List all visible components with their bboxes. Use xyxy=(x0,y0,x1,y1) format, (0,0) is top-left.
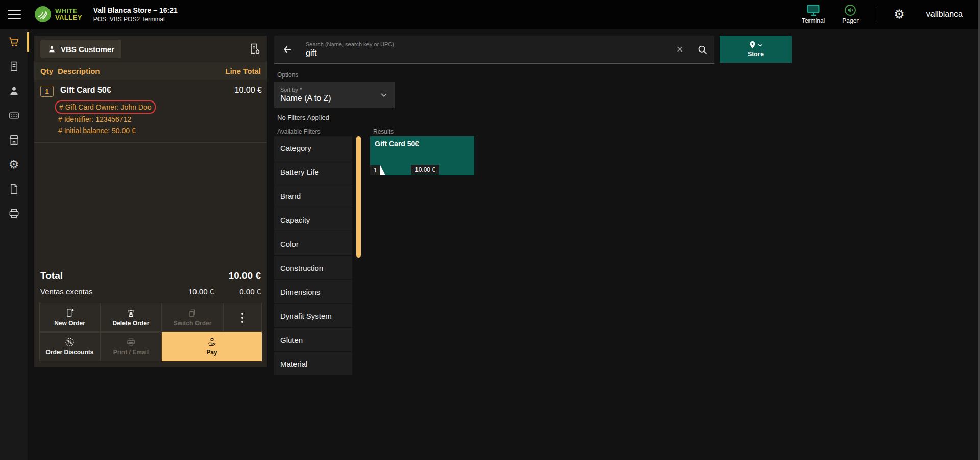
cash-register-icon xyxy=(8,110,20,121)
product-tile-qty-notch xyxy=(380,165,385,175)
brand-logo: WHITE VALLEY xyxy=(34,6,82,23)
customer-button[interactable]: VBS Customer xyxy=(40,40,121,58)
switch-order-icon xyxy=(188,308,198,318)
delete-order-icon xyxy=(126,308,136,318)
tax-amount-value: 0.00 € xyxy=(214,287,261,296)
username-text: vallblanca xyxy=(926,10,963,19)
sidebar-item-cart[interactable] xyxy=(0,30,28,54)
sidebar-item-cash-management[interactable] xyxy=(0,103,28,127)
cart-line-item[interactable]: 1 Gift Card 50€ 10.00 € # Gift Card Owne… xyxy=(34,80,267,143)
filter-item-dimensions[interactable]: Dimensions xyxy=(274,280,352,303)
pager-speaker-icon xyxy=(844,4,856,16)
search-placeholder-label: Search (Name, search key or UPC) xyxy=(306,41,669,47)
order-discounts-button[interactable]: Order Discounts xyxy=(39,332,100,361)
sidebar-item-store[interactable] xyxy=(0,127,28,152)
store-pin-icon xyxy=(749,41,756,49)
sidebar-item-documents[interactable] xyxy=(0,176,28,201)
print-email-button[interactable]: Print / Email xyxy=(100,332,162,361)
total-label: Total xyxy=(40,270,63,282)
customer-name-text: VBS Customer xyxy=(61,45,114,54)
search-icon xyxy=(697,44,708,55)
cart-panel: VBS Customer Qty Description Line Total … xyxy=(34,36,267,367)
order-discounts-label: Order Discounts xyxy=(45,349,93,356)
options-section-label: Options xyxy=(277,71,298,79)
settings-gear-icon[interactable]: ⚙ xyxy=(894,8,905,20)
item-name-text: Gift Card 50€ xyxy=(60,86,235,95)
cart-icon xyxy=(8,36,20,48)
item-attribute-owner: # Gift Card Owner: John Doo xyxy=(55,100,156,114)
sidebar-gear-icon: ⚙ xyxy=(9,159,19,170)
pos-terminal-text: POS: VBS POS2 Terminal xyxy=(93,16,178,23)
logo-line2: VALLEY xyxy=(55,14,82,21)
back-button[interactable] xyxy=(274,36,301,63)
new-order-label: New Order xyxy=(54,320,85,327)
no-filters-text: No Filters Applied xyxy=(277,114,329,121)
filter-item-gluten[interactable]: Gluten xyxy=(274,328,352,351)
new-order-icon xyxy=(65,308,75,318)
store-icon xyxy=(8,134,20,146)
filter-list-scrollbar[interactable] xyxy=(356,136,361,258)
description-column-header: Description xyxy=(58,67,225,75)
filter-item-dynafit-system[interactable]: Dynafit System xyxy=(274,304,352,327)
topbar: WHITE VALLEY Vall Blanca Store – 16:21 P… xyxy=(0,0,980,29)
receipt-gear-icon xyxy=(249,43,261,55)
sidebar-item-settings[interactable]: ⚙ xyxy=(0,152,28,176)
tax-base-value: 10.00 € xyxy=(153,287,214,296)
pay-button[interactable]: Pay xyxy=(162,332,262,361)
print-email-label: Print / Email xyxy=(113,349,149,356)
cart-items-list: 1 Gift Card 50€ 10.00 € # Gift Card Owne… xyxy=(34,80,267,265)
clear-search-icon[interactable]: × xyxy=(669,44,691,55)
more-options-icon xyxy=(241,313,243,323)
tax-label: Ventas exentas xyxy=(40,287,153,296)
search-submit-button[interactable] xyxy=(691,36,714,63)
sidebar-item-orders[interactable] xyxy=(0,54,28,79)
product-tile-qty-badge: 1 xyxy=(370,165,380,175)
store-selector-button[interactable]: Store xyxy=(720,36,792,63)
item-attribute-identifier: # Identifier: 123456712 xyxy=(58,115,131,123)
terminal-button[interactable]: Terminal xyxy=(802,4,825,24)
search-field[interactable]: Search (Name, search key or UPC) xyxy=(301,41,669,58)
pos-screen: WHITE VALLEY Vall Blanca Store – 16:21 P… xyxy=(0,0,980,460)
delete-order-button[interactable]: Delete Order xyxy=(100,303,162,332)
store-identity: Vall Blanca Store – 16:21 POS: VBS POS2 … xyxy=(93,6,178,23)
product-search-bar: Search (Name, search key or UPC) × xyxy=(274,36,714,64)
document-icon xyxy=(8,183,20,195)
filter-item-capacity[interactable]: Capacity xyxy=(274,208,352,232)
topbar-divider xyxy=(876,7,876,22)
terminal-monitor-icon xyxy=(806,4,820,16)
sidebar-item-hardware[interactable] xyxy=(0,201,28,225)
cart-totals: Total 10.00 € Ventas exentas 10.00 € 0.0… xyxy=(34,265,267,298)
customer-icon xyxy=(8,85,20,97)
filter-item-material[interactable]: Material xyxy=(274,352,352,375)
item-attributes: # Gift Card Owner: John Doo # Identifier… xyxy=(58,100,262,136)
search-input[interactable] xyxy=(306,48,651,58)
product-tile-name: Gift Card 50€ xyxy=(370,136,474,151)
left-sidebar: ⚙ xyxy=(0,29,28,460)
filter-item-construction[interactable]: Construction xyxy=(274,256,352,279)
sidebar-item-customers[interactable] xyxy=(0,79,28,103)
sort-by-value: Name (A to Z) xyxy=(280,94,379,103)
filter-item-battery-life[interactable]: Battery Life xyxy=(274,160,352,184)
back-arrow-icon xyxy=(282,44,293,55)
printer-icon xyxy=(8,208,20,219)
filter-item-category[interactable]: Category xyxy=(274,136,352,160)
item-attribute-balance: # Initial balance: 50.00 € xyxy=(58,126,136,135)
brand-logo-text: WHITE VALLEY xyxy=(55,8,82,21)
menu-hamburger-icon[interactable] xyxy=(8,10,21,19)
receipt-icon xyxy=(8,61,20,72)
product-tile-price-badge: 10.00 € xyxy=(411,165,439,175)
new-order-button[interactable]: New Order xyxy=(39,303,100,332)
switch-order-button[interactable]: Switch Order xyxy=(162,303,223,332)
white-valley-logo-icon xyxy=(34,6,52,23)
sort-by-dropdown[interactable]: Sort by * Name (A to Z) xyxy=(274,82,395,108)
filter-item-color[interactable]: Color xyxy=(274,232,352,255)
filter-item-brand[interactable]: Brand xyxy=(274,184,352,208)
product-tile-gift-card[interactable]: Gift Card 50€ 1 10.00 € xyxy=(370,136,474,175)
cart-header: VBS Customer xyxy=(34,36,267,62)
item-qty-badge: 1 xyxy=(40,86,54,97)
available-filters-label: Available Filters xyxy=(277,128,320,135)
more-options-button[interactable] xyxy=(223,303,262,332)
ticket-properties-button[interactable] xyxy=(249,43,261,55)
cart-column-headers: Qty Description Line Total xyxy=(34,62,267,80)
pager-button[interactable]: Pager xyxy=(842,4,859,24)
